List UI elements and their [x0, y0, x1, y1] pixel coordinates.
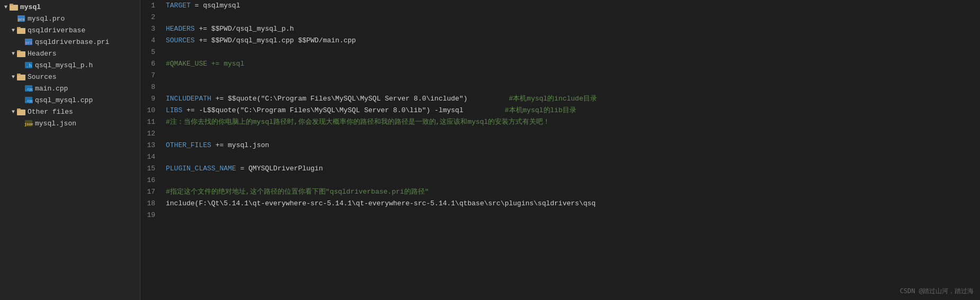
- line-number-5: 5: [140, 47, 162, 58]
- line-content-15[interactable]: PLUGIN_CLASS_NAME = QMYSQLDriverPlugin: [162, 163, 980, 175]
- line-number-9: 9: [140, 93, 162, 105]
- tree-icon-qsqldriverbase-pri: pri: [24, 38, 33, 46]
- token: #本机mysql的include目录: [468, 95, 597, 103]
- line-content-3[interactable]: HEADERS += $$PWD/qsql_mysql_p.h: [162, 23, 980, 35]
- line-content-6[interactable]: #QMAKE_USE += mysql: [162, 58, 980, 70]
- tree-icon-qsql-mysql-h: .h: [24, 61, 33, 69]
- tree-icon-mysql-root: [10, 3, 18, 11]
- svg-text:.h: .h: [26, 63, 32, 69]
- line-content-4[interactable]: SOURCES += $$PWD/qsql_mysql.cpp $$PWD/ma…: [162, 35, 980, 47]
- token: += mysql: [207, 60, 244, 68]
- token: =: [236, 165, 248, 172]
- tree-arrow-qsql-mysql-cpp: [17, 96, 24, 104]
- line-number-17: 17: [140, 186, 162, 198]
- token: SOURCES: [166, 37, 195, 44]
- svg-rect-12: [17, 50, 21, 52]
- code-line-5: 5: [140, 47, 980, 58]
- code-line-14: 14: [140, 151, 980, 163]
- sidebar-item-mysql-json[interactable]: jsonmysql.json: [0, 117, 140, 129]
- token: #QMAKE_USE: [166, 60, 207, 68]
- sidebar-item-qsqldriverbase[interactable]: ▼qsqldriverbase: [0, 24, 140, 36]
- code-line-12: 12: [140, 128, 980, 140]
- sidebar-item-qsqldriverbase-pri[interactable]: priqsqldriverbase.pri: [0, 36, 140, 48]
- code-line-3: 3HEADERS += $$PWD/qsql_mysql_p.h: [140, 23, 980, 35]
- sidebar-item-sources[interactable]: ▼Sources: [0, 71, 140, 83]
- svg-text:pri: pri: [25, 41, 32, 45]
- line-number-14: 14: [140, 151, 162, 163]
- sidebar-item-other-files[interactable]: ▼Other files: [0, 106, 140, 117]
- watermark: CSDN @踏过山河，踏过海: [900, 287, 974, 296]
- tree-label-qsql-mysql-h: qsql_mysql_p.h: [35, 61, 93, 69]
- tree-arrow-mysql-json: [17, 120, 24, 127]
- tree-label-qsqldriverbase: qsqldriverbase: [28, 26, 85, 34]
- token: =: [191, 2, 203, 10]
- line-content-17[interactable]: #指定这个文件的绝对地址,这个路径的位置你看下图"qsqldriverbase.…: [162, 186, 980, 198]
- tree-icon-headers: [17, 49, 25, 58]
- tree-label-qsqldriverbase-pri: qsqldriverbase.pri: [35, 38, 109, 46]
- svg-rect-24: [17, 108, 21, 110]
- token: += -L$$quote("C:\Program Files\MySQL\MyS…: [182, 106, 464, 114]
- line-number-18: 18: [140, 198, 162, 210]
- tree-arrow-qsqldriverbase: ▼: [10, 26, 17, 34]
- code-line-1: 1TARGET = qsqlmysql: [140, 0, 980, 12]
- code-line-2: 2: [140, 12, 980, 23]
- sidebar-item-qsql-mysql-cpp[interactable]: .cppqsql_mysql.cpp: [0, 94, 140, 106]
- tree-label-mysql-json: mysql.json: [35, 120, 76, 128]
- token: $$PWD/qsql_mysql_p.h: [211, 25, 294, 33]
- line-content-9[interactable]: INCLUDEPATH += $$quote("C:\Program Files…: [162, 93, 980, 105]
- line-content-10[interactable]: LIBS += -L$$quote("C:\Program Files\MySQ…: [162, 105, 980, 116]
- tree-icon-qsqldriverbase: [17, 26, 25, 34]
- token: HEADERS: [166, 25, 195, 33]
- line-number-13: 13: [140, 140, 162, 151]
- token: #本机mysql的lib目录: [464, 106, 576, 114]
- token: mysql.json: [228, 141, 269, 149]
- sidebar-item-mysql-root[interactable]: ▼mysql: [0, 1, 140, 13]
- token: LIBS: [166, 106, 182, 114]
- tree-icon-mysql-pro: pro: [17, 14, 25, 23]
- token: TARGET: [166, 2, 191, 10]
- sidebar-item-headers[interactable]: ▼Headers: [0, 48, 140, 59]
- line-number-16: 16: [140, 175, 162, 186]
- svg-rect-7: [17, 27, 21, 29]
- token: PLUGIN_CLASS_NAME: [166, 165, 236, 172]
- tree-label-sources: Sources: [28, 73, 57, 81]
- line-content-13[interactable]: OTHER_FILES += mysql.json: [162, 140, 980, 151]
- tree-icon-sources: [17, 72, 25, 81]
- tree-label-mysql-root: mysql: [20, 3, 41, 11]
- code-line-7: 7: [140, 70, 980, 81]
- tree-arrow-qsql-mysql-h: [17, 61, 24, 69]
- code-line-18: 18include(F:\Qt\5.14.1\qt-everywhere-src…: [140, 198, 980, 210]
- svg-text:.cpp: .cpp: [25, 87, 33, 92]
- sidebar-item-qsql-mysql-h[interactable]: .hqsql_mysql_p.h: [0, 59, 140, 71]
- tree-label-mysql-pro: mysql.pro: [28, 15, 65, 23]
- line-number-7: 7: [140, 70, 162, 81]
- token: qsqlmysql: [203, 2, 240, 10]
- tree-label-headers: Headers: [28, 50, 57, 58]
- token: +=: [211, 141, 228, 149]
- tree-icon-mysql-json: json: [24, 119, 33, 128]
- svg-rect-17: [17, 74, 21, 75]
- tree-icon-other-files: [17, 107, 25, 116]
- code-line-16: 16: [140, 175, 980, 186]
- line-number-15: 15: [140, 163, 162, 175]
- tree-arrow-main-cpp: [17, 85, 24, 92]
- line-number-6: 6: [140, 58, 162, 70]
- svg-text:pro: pro: [18, 17, 25, 22]
- code-line-13: 13OTHER_FILES += mysql.json: [140, 140, 980, 151]
- sidebar-item-mysql-pro[interactable]: promysql.pro: [0, 13, 140, 24]
- line-content-1[interactable]: TARGET = qsqlmysql: [162, 0, 980, 12]
- line-number-2: 2: [140, 12, 162, 23]
- line-content-11[interactable]: #注：当你去找的你电脑上的mysql路径时,你会发现大概率你的路径和我的路径是一…: [162, 116, 980, 128]
- tree-label-other-files: Other files: [28, 108, 73, 116]
- tree-label-main-cpp: main.cpp: [35, 85, 68, 93]
- tree-arrow-headers: ▼: [10, 50, 17, 57]
- line-number-12: 12: [140, 128, 162, 140]
- token: #注：当你去找的你电脑上的mysql路径时,你会发现大概率你的路径和我的路径是一…: [166, 118, 550, 126]
- token: +=: [195, 37, 211, 44]
- token: include(F:\Qt\5.14.1\qt-everywhere-src-5…: [166, 199, 595, 207]
- tree-arrow-mysql-root: ▼: [2, 3, 10, 11]
- code-line-17: 17#指定这个文件的绝对地址,这个路径的位置你看下图"qsqldriverbas…: [140, 186, 980, 198]
- line-content-18[interactable]: include(F:\Qt\5.14.1\qt-everywhere-src-5…: [162, 198, 980, 210]
- sidebar-item-main-cpp[interactable]: .cppmain.cpp: [0, 83, 140, 94]
- tree-icon-qsql-mysql-cpp: .cpp: [24, 96, 33, 104]
